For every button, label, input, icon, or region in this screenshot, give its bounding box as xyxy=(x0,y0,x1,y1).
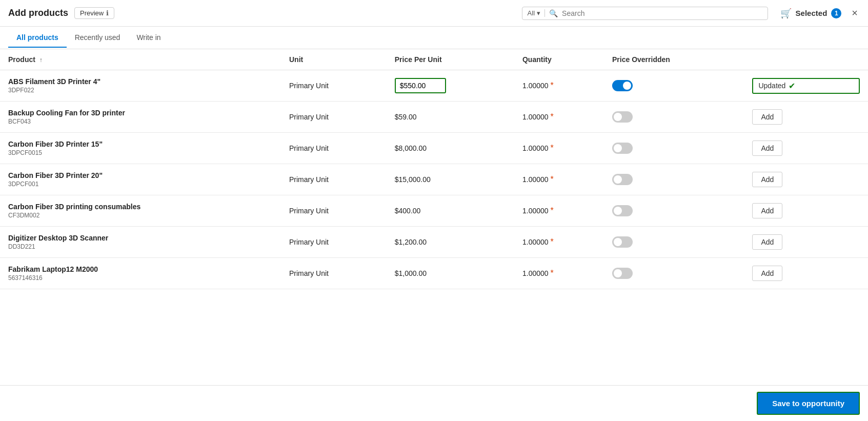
product-code: 3DPCF0015 xyxy=(8,149,273,156)
page-title: Add products xyxy=(8,8,68,18)
cell-action: Add xyxy=(744,102,868,133)
add-button[interactable]: Add xyxy=(752,203,782,218)
table-row: Carbon Fiber 3D Printer 15"3DPCF0015Prim… xyxy=(0,133,868,164)
cell-price[interactable] xyxy=(387,70,514,102)
price-text: $15,000.00 xyxy=(395,175,431,184)
selected-label: Selected xyxy=(796,9,827,17)
cell-product: Fabrikam Laptop12 M20005637146316 xyxy=(0,258,281,289)
toggle-container xyxy=(612,111,736,123)
required-asterisk: * xyxy=(550,144,553,152)
cell-quantity: 1.00000 * xyxy=(514,164,604,195)
add-button[interactable]: Add xyxy=(752,109,782,125)
search-container: All ▾ 🔍 xyxy=(522,7,768,20)
toggle-container xyxy=(612,268,736,279)
price-text: $8,000.00 xyxy=(395,144,427,152)
toggle-switch[interactable] xyxy=(612,205,633,216)
filter-label: All xyxy=(528,9,535,17)
quantity-value: 1.00000 xyxy=(522,238,549,246)
cell-product: ABS Filament 3D Printer 4"3DPF022 xyxy=(0,70,281,102)
cell-action: Add xyxy=(744,195,868,227)
cell-price-overridden xyxy=(604,227,744,258)
tab-all-products[interactable]: All products xyxy=(8,28,67,48)
add-button[interactable]: Add xyxy=(752,172,782,187)
sort-icon[interactable]: ↑ xyxy=(39,56,43,64)
cell-quantity: 1.00000 * xyxy=(514,258,604,289)
cell-price-overridden xyxy=(604,195,744,227)
cell-price-overridden xyxy=(604,258,744,289)
toggle-container xyxy=(612,236,736,248)
product-name: ABS Filament 3D Printer 4" xyxy=(8,77,273,86)
footer: Save to opportunity xyxy=(0,385,868,386)
product-code: 3DPCF001 xyxy=(8,181,273,188)
toggle-slider xyxy=(612,80,633,91)
quantity-value: 1.00000 xyxy=(522,269,549,277)
search-filter-dropdown[interactable]: All ▾ xyxy=(528,9,545,17)
tab-write-in[interactable]: Write in xyxy=(128,28,169,48)
toggle-switch[interactable] xyxy=(612,174,633,185)
toggle-slider xyxy=(612,236,633,248)
cell-product: Carbon Fiber 3D Printer 20"3DPCF001 xyxy=(0,164,281,195)
table-row: Carbon Fiber 3D Printer 20"3DPCF001Prima… xyxy=(0,164,868,195)
selected-count: 1 xyxy=(831,8,841,18)
col-quantity: Quantity xyxy=(514,49,604,70)
quantity-value: 1.00000 xyxy=(522,82,549,90)
toggle-slider xyxy=(612,205,633,216)
preview-label: Preview xyxy=(80,9,104,17)
toggle-switch[interactable] xyxy=(612,80,633,91)
product-code: BCF043 xyxy=(8,118,273,125)
toggle-switch[interactable] xyxy=(612,268,633,279)
toggle-container xyxy=(612,205,736,216)
quantity-value: 1.00000 xyxy=(522,207,549,215)
add-button[interactable]: Add xyxy=(752,234,782,250)
cell-unit: Primary Unit xyxy=(281,102,387,133)
cart-icon: 🛒 xyxy=(780,8,792,19)
product-code: 5637146316 xyxy=(8,274,273,282)
toggle-switch[interactable] xyxy=(612,143,633,154)
cell-price-overridden xyxy=(604,133,744,164)
price-input[interactable] xyxy=(395,78,446,93)
cell-product: Carbon Fiber 3D printing consumablesCF3D… xyxy=(0,195,281,227)
col-product: Product ↑ xyxy=(0,49,281,70)
toggle-slider xyxy=(612,143,633,154)
close-button[interactable]: × xyxy=(850,5,860,21)
product-name: Fabrikam Laptop12 M2000 xyxy=(8,265,273,273)
preview-button[interactable]: Preview ℹ xyxy=(74,7,114,19)
search-input[interactable] xyxy=(562,9,762,17)
product-name: Carbon Fiber 3D Printer 15" xyxy=(8,140,273,148)
add-button[interactable]: Add xyxy=(752,266,782,281)
toggle-switch[interactable] xyxy=(612,111,633,123)
cell-unit: Primary Unit xyxy=(281,258,387,289)
product-code: 3DPF022 xyxy=(8,87,273,94)
tab-recently-used[interactable]: Recently used xyxy=(67,28,129,48)
updated-button-container: Updated ✔ xyxy=(752,78,860,94)
updated-label: Updated xyxy=(758,82,785,90)
toggle-container xyxy=(612,174,736,185)
cell-quantity: 1.00000 * xyxy=(514,70,604,102)
required-asterisk: * xyxy=(550,112,553,121)
cell-unit: Primary Unit xyxy=(281,133,387,164)
cell-unit: Primary Unit xyxy=(281,227,387,258)
required-asterisk: * xyxy=(550,81,553,90)
price-text: $400.00 xyxy=(395,207,421,215)
quantity-value: 1.00000 xyxy=(522,144,549,152)
cell-quantity: 1.00000 * xyxy=(514,102,604,133)
product-name: Carbon Fiber 3D Printer 20" xyxy=(8,171,273,179)
add-button[interactable]: Add xyxy=(752,141,782,156)
products-table: Product ↑ Unit Price Per Unit Quantity P… xyxy=(0,49,868,289)
info-icon: ℹ xyxy=(106,9,109,17)
cell-price-overridden xyxy=(604,164,744,195)
cell-quantity: 1.00000 * xyxy=(514,227,604,258)
cell-price-overridden xyxy=(604,102,744,133)
tabs-bar: All products Recently used Write in xyxy=(0,27,868,49)
toggle-switch[interactable] xyxy=(612,236,633,248)
product-code: DD3D221 xyxy=(8,243,273,250)
price-text: $1,000.00 xyxy=(395,269,427,277)
product-code: CF3DM002 xyxy=(8,212,273,219)
chevron-down-icon: ▾ xyxy=(537,9,540,17)
cell-price: $59.00 xyxy=(387,102,514,133)
quantity-value: 1.00000 xyxy=(522,113,549,121)
cell-price: $1,000.00 xyxy=(387,258,514,289)
col-action xyxy=(744,49,868,70)
col-price: Price Per Unit xyxy=(387,49,514,70)
table-row: Carbon Fiber 3D printing consumablesCF3D… xyxy=(0,195,868,227)
